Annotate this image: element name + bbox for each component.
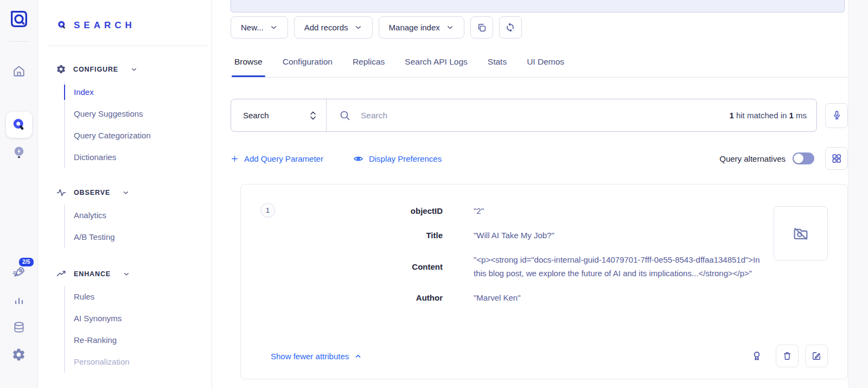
copy-icon <box>476 22 487 33</box>
toggle-knob <box>794 154 803 163</box>
sidebar-title: SEARCH <box>74 20 136 31</box>
sidebar-header: SEARCH <box>39 0 212 31</box>
rail-divider <box>9 41 29 42</box>
sidebar-item-re-ranking[interactable]: Re-Ranking <box>65 329 212 351</box>
sidebar-item-query-categorization[interactable]: Query Categorization <box>65 125 212 147</box>
rail-recommend-item[interactable] <box>11 144 27 161</box>
sidebar-item-ab-testing[interactable]: A/B Testing <box>65 226 212 248</box>
sidebar-item-analytics[interactable]: Analytics <box>65 205 212 226</box>
tab-replicas[interactable]: Replicas <box>353 57 385 77</box>
voice-search-button[interactable] <box>825 103 848 128</box>
search-active-icon <box>11 117 27 133</box>
edit-record-button[interactable] <box>805 345 828 367</box>
index-tabs: Browse Configuration Replicas Search API… <box>231 57 848 78</box>
algolia-logo[interactable] <box>7 7 31 31</box>
section-enhance-label: ENHANCE <box>74 270 111 278</box>
search-input-area: 1 hit matched in 1 ms <box>327 99 816 131</box>
layout-grid-button[interactable] <box>825 147 848 170</box>
search-sidebar: SEARCH CONFIGURE Index Query Suggestions… <box>39 0 212 388</box>
search-mode-select[interactable]: Search <box>231 99 327 131</box>
add-records-button[interactable]: Add records <box>294 16 373 39</box>
query-alternatives-toggle[interactable] <box>793 152 814 164</box>
sidebar-item-query-suggestions[interactable]: Query Suggestions <box>65 103 212 125</box>
sidebar-item-index[interactable]: Index <box>65 81 212 103</box>
search-box: Search 1 hit matched in 1 ms <box>231 99 817 132</box>
edit-icon <box>811 351 822 361</box>
rail-data-item[interactable] <box>11 320 27 335</box>
manage-index-button[interactable]: Manage index <box>379 16 464 39</box>
index-toolbar: New... Add records Manage index <box>231 16 848 39</box>
chevron-down-icon <box>354 23 362 31</box>
add-query-parameter-link[interactable]: Add Query Parameter <box>231 154 323 163</box>
copy-index-button[interactable] <box>470 16 493 39</box>
new-button[interactable]: New... <box>231 16 288 39</box>
search-product-icon <box>56 20 68 31</box>
database-icon <box>12 320 26 334</box>
add-records-label: Add records <box>304 23 348 32</box>
attribute-name: Content <box>264 260 443 273</box>
section-observe[interactable]: OBSERVE <box>39 187 212 198</box>
delete-record-button[interactable] <box>776 345 799 367</box>
info-banner <box>231 0 845 12</box>
attribute-value: "2" <box>474 204 767 218</box>
search-input[interactable] <box>361 111 720 120</box>
record-attributes: objectID "2" Title "Will AI Take My Job?… <box>264 204 847 304</box>
rail-settings-item[interactable] <box>11 346 27 362</box>
settings-gear-icon <box>11 347 26 362</box>
attribute-value: "<p><strong id="docs-internal-guid-14079… <box>474 253 767 280</box>
section-observe-label: OBSERVE <box>74 189 110 196</box>
stepper-chevrons-icon <box>309 110 317 122</box>
tab-search-api-logs[interactable]: Search API Logs <box>405 57 467 77</box>
no-image-icon <box>792 224 810 243</box>
observe-pulse-icon <box>56 187 67 198</box>
scrollbar-gutter[interactable] <box>848 0 868 388</box>
attribute-value: "Marvel Ken" <box>474 291 767 304</box>
chevron-down-icon <box>130 66 138 73</box>
attribute-name: objectID <box>264 204 443 218</box>
home-icon <box>11 63 27 79</box>
sidebar-item-rules[interactable]: Rules <box>65 286 212 308</box>
refresh-button[interactable] <box>499 16 522 39</box>
section-enhance[interactable]: ENHANCE <box>39 269 212 279</box>
attribute-value: "Will AI Take My Job?" <box>474 228 767 242</box>
hits-summary: 1 hit matched in 1 ms <box>729 111 807 120</box>
sidebar-item-ai-synonyms[interactable]: AI Synonyms <box>65 308 212 329</box>
new-button-label: New... <box>241 23 264 32</box>
query-options-right: Query alternatives <box>719 147 848 170</box>
chevron-down-icon <box>270 23 278 31</box>
tab-ui-demos[interactable]: UI Demos <box>527 57 564 77</box>
manage-index-label: Manage index <box>389 23 440 32</box>
eye-icon <box>353 154 363 164</box>
show-fewer-attributes-link[interactable]: Show fewer attributes <box>271 352 362 361</box>
configure-gear-icon <box>56 64 66 74</box>
sidebar-item-personalization[interactable]: Personalization <box>65 351 212 373</box>
section-configure[interactable]: CONFIGURE <box>39 64 212 74</box>
chevron-down-icon <box>446 23 454 31</box>
record-card: 1 objectID "2" Title "Will AI Take My Jo… <box>240 184 848 379</box>
grid-icon <box>831 153 842 164</box>
rail-home-item[interactable] <box>11 63 27 79</box>
rail-analytics-item[interactable] <box>11 294 27 309</box>
tab-browse[interactable]: Browse <box>234 57 263 77</box>
bar-chart-icon <box>12 294 26 308</box>
search-icon <box>339 109 352 122</box>
add-query-parameter-label: Add Query Parameter <box>244 154 323 163</box>
caret-up-icon <box>354 352 362 360</box>
ranking-info-button[interactable] <box>749 348 765 364</box>
tab-configuration[interactable]: Configuration <box>283 57 333 77</box>
recommend-bulb-icon <box>11 144 27 161</box>
display-preferences-label: Display Preferences <box>369 154 442 163</box>
chevron-down-icon <box>122 189 130 196</box>
sidebar-item-dictionaries[interactable]: Dictionaries <box>65 147 212 168</box>
query-parameters-row: Add Query Parameter Display Preferences … <box>231 147 848 170</box>
award-icon <box>750 349 763 362</box>
tab-stats[interactable]: Stats <box>488 57 507 77</box>
record-rank-badge: 1 <box>260 203 275 218</box>
display-preferences-link[interactable]: Display Preferences <box>353 154 442 164</box>
attribute-name: Title <box>264 228 443 242</box>
search-row: Search 1 hit matched in 1 ms <box>231 99 848 132</box>
record-image-placeholder <box>774 206 828 260</box>
observe-items: Analytics A/B Testing <box>64 205 212 248</box>
rail-search-item[interactable] <box>6 112 32 138</box>
query-alternatives-label: Query alternatives <box>719 154 786 163</box>
